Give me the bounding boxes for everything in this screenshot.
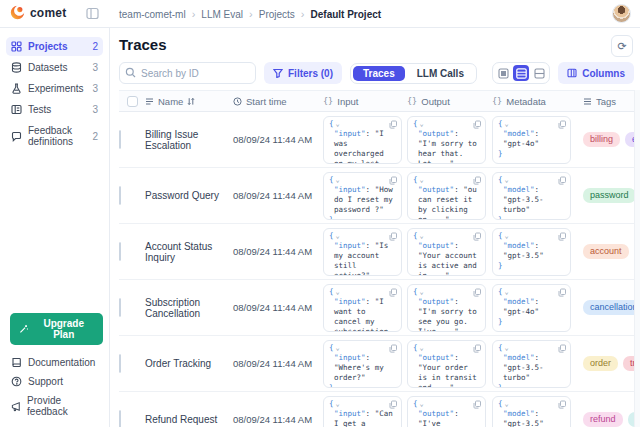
copy-icon[interactable] (389, 120, 397, 129)
row-checkbox[interactable] (119, 242, 121, 261)
chevron-down-icon[interactable]: ⌄ (420, 401, 424, 408)
metadata-json-box[interactable]: {⌄modelgpt-4o} (492, 116, 571, 164)
tag-badge[interactable]: billing (583, 132, 620, 147)
copy-icon[interactable] (473, 344, 481, 353)
trace-name[interactable]: Order Tracking (145, 358, 233, 369)
tag-badge[interactable]: password (583, 188, 636, 203)
comet-logo[interactable]: comet (10, 5, 66, 20)
copy-icon[interactable] (558, 176, 566, 185)
header-output[interactable]: {} Output (407, 96, 492, 107)
trace-name[interactable]: Refund Request (145, 414, 233, 425)
output-json-box[interactable]: {⌄outputI'm sorry to see you go. I've ..… (407, 284, 486, 332)
trace-name[interactable]: Billing Issue Escalation (145, 129, 233, 151)
table-row[interactable]: Subscription Cancellation 08/09/24 11:44… (119, 280, 640, 336)
table-row[interactable]: Password Query 08/09/24 11:44 AM {⌄input… (119, 168, 640, 224)
chevron-down-icon[interactable]: ⌄ (420, 177, 424, 184)
copy-icon[interactable] (389, 232, 397, 241)
sidebar-item-experiments[interactable]: Experiments 3 (6, 79, 103, 98)
tag-badge[interactable]: refund (583, 412, 623, 427)
header-input[interactable]: {} Input (323, 96, 407, 107)
output-json-box[interactable]: {⌄outputYour account is active and in ..… (407, 228, 486, 276)
copy-icon[interactable] (473, 120, 481, 129)
header-name[interactable]: Name (145, 96, 233, 107)
chevron-down-icon[interactable]: ⌄ (336, 289, 340, 296)
table-row[interactable]: Order Tracking 08/09/24 11:44 AM {⌄input… (119, 336, 640, 392)
sidebar-item-feedback-definitions[interactable]: Feedback definitions 2 (6, 121, 103, 151)
chevron-down-icon[interactable]: ⌄ (505, 121, 509, 128)
metadata-json-box[interactable]: {⌄modelgpt-3.5-turbo} (492, 172, 571, 220)
output-json-box[interactable]: {⌄outputI'm sorry to hear that. Let ...} (407, 116, 486, 164)
breadcrumb-projects[interactable]: Projects (259, 9, 295, 20)
row-checkbox[interactable] (119, 130, 121, 149)
input-json-box[interactable]: {⌄inputI was overcharged on my last invo… (323, 116, 402, 164)
sidebar-item-provide-feedback[interactable]: Provide feedback (6, 391, 103, 421)
copy-icon[interactable] (389, 400, 397, 409)
copy-icon[interactable] (389, 176, 397, 185)
upgrade-plan-button[interactable]: Upgrade Plan (10, 313, 103, 345)
input-json-box[interactable]: {⌄inputHow do I reset my password ?} (323, 172, 402, 220)
search-input[interactable] (119, 62, 256, 84)
tag-badge[interactable]: cancellation (583, 300, 640, 315)
density-medium-button[interactable] (513, 65, 529, 81)
chevron-down-icon[interactable]: ⌄ (505, 401, 509, 408)
input-json-box[interactable]: {⌄inputI want to cancel my subscription.… (323, 284, 402, 332)
copy-icon[interactable] (558, 288, 566, 297)
row-checkbox[interactable] (119, 298, 121, 317)
copy-icon[interactable] (473, 400, 481, 409)
breadcrumb-llm-eval[interactable]: LLM Eval (201, 9, 243, 20)
chevron-down-icon[interactable]: ⌄ (336, 401, 340, 408)
density-small-button[interactable] (495, 65, 511, 81)
tab-traces[interactable]: Traces (353, 66, 405, 81)
metadata-json-box[interactable]: {⌄modelgpt-4o} (492, 284, 571, 332)
header-tags[interactable]: Tags (577, 96, 640, 107)
header-start-time[interactable]: Start time (233, 96, 323, 107)
copy-icon[interactable] (473, 176, 481, 185)
chevron-down-icon[interactable]: ⌄ (336, 121, 340, 128)
copy-icon[interactable] (558, 232, 566, 241)
output-json-box[interactable]: {⌄outputou can reset it by clicking on .… (407, 172, 486, 220)
copy-icon[interactable] (389, 344, 397, 353)
trace-name[interactable]: Password Query (145, 190, 233, 201)
tag-badge[interactable]: order (583, 356, 618, 371)
row-checkbox[interactable] (119, 186, 121, 205)
input-json-box[interactable]: {⌄inputIs my account still active?} (323, 228, 402, 276)
header-metadata[interactable]: {} Metadata (492, 96, 577, 107)
chevron-down-icon[interactable]: ⌄ (505, 233, 509, 240)
input-json-box[interactable]: {⌄inputCan I get a refund for my last pu… (323, 396, 402, 427)
density-large-button[interactable] (531, 65, 547, 81)
input-json-box[interactable]: {⌄inputWhere's my order?} (323, 340, 402, 388)
output-json-box[interactable]: {⌄outputI've submitted your refund reque… (407, 396, 486, 427)
copy-icon[interactable] (389, 288, 397, 297)
trace-name[interactable]: Account Status Inquiry (145, 241, 233, 263)
row-checkbox[interactable] (119, 354, 121, 373)
copy-icon[interactable] (558, 400, 566, 409)
output-json-box[interactable]: {⌄outputYour order is in transit and ...… (407, 340, 486, 388)
sidebar-item-datasets[interactable]: Datasets 3 (6, 58, 103, 77)
chevron-down-icon[interactable]: ⌄ (420, 121, 424, 128)
copy-icon[interactable] (558, 120, 566, 129)
sidebar-item-support[interactable]: Support (6, 372, 103, 391)
metadata-json-box[interactable]: {⌄modelgpt-3.5} (492, 396, 571, 427)
chevron-down-icon[interactable]: ⌄ (505, 345, 509, 352)
metadata-json-box[interactable]: {⌄modelgpt-3.5} (492, 228, 571, 276)
tab-llm-calls[interactable]: LLM Calls (407, 66, 474, 81)
metadata-json-box[interactable]: {⌄modelgpt-3.5-turbo} (492, 340, 571, 388)
columns-button[interactable]: Columns (558, 62, 634, 84)
table-row[interactable]: Refund Request 08/09/24 11:44 AM {⌄input… (119, 392, 640, 427)
table-row[interactable]: Billing Issue Escalation 08/09/24 11:44 … (119, 112, 640, 168)
row-checkbox[interactable] (119, 410, 121, 427)
chevron-down-icon[interactable]: ⌄ (336, 233, 340, 240)
breadcrumb-workspace[interactable]: team-comet-ml (119, 9, 186, 20)
trace-name[interactable]: Subscription Cancellation (145, 297, 233, 319)
table-row[interactable]: Account Status Inquiry 08/09/24 11:44 AM… (119, 224, 640, 280)
sidebar-item-tests[interactable]: Tests 3 (6, 100, 103, 119)
sidebar-item-documentation[interactable]: Documentation (6, 353, 103, 372)
sort-icon[interactable] (187, 97, 195, 106)
select-all-checkbox[interactable] (127, 96, 138, 107)
chevron-down-icon[interactable]: ⌄ (505, 177, 509, 184)
copy-icon[interactable] (473, 288, 481, 297)
user-avatar[interactable] (612, 4, 631, 23)
copy-icon[interactable] (473, 232, 481, 241)
chevron-down-icon[interactable]: ⌄ (505, 289, 509, 296)
chevron-down-icon[interactable]: ⌄ (420, 233, 424, 240)
